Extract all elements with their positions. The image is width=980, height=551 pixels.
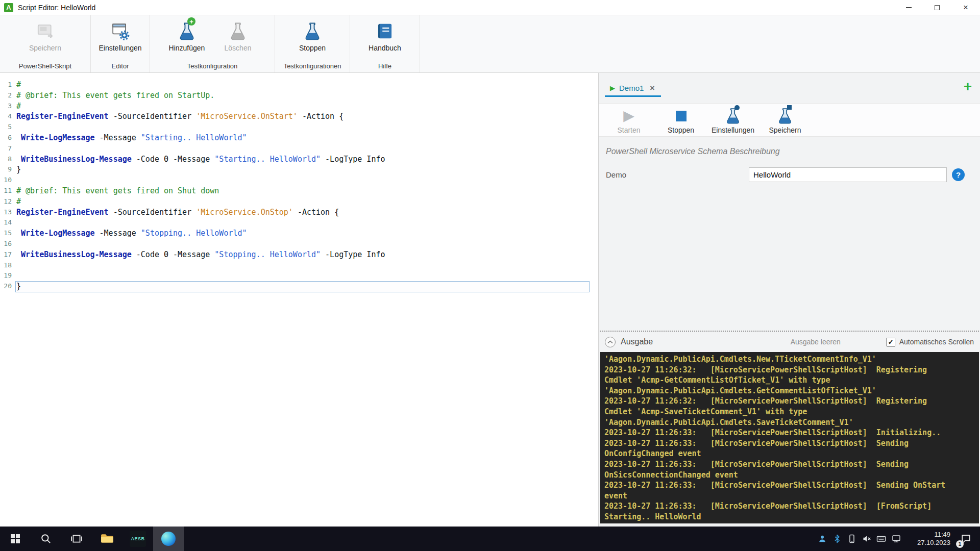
code-line-8[interactable]: 8 WriteBusinessLog-Message -Code 0 -Mess… xyxy=(0,154,598,165)
code-line-14[interactable]: 14 xyxy=(0,217,598,228)
code-line-15[interactable]: 15 Write-LogMessage -Message "Stopping..… xyxy=(0,228,598,239)
close-icon: × xyxy=(963,3,968,12)
line-number: 2 xyxy=(0,90,15,101)
console-line: Cmdlet 'Acmp-SaveTicketComment_V1' with … xyxy=(604,407,975,417)
minimize-button[interactable] xyxy=(894,0,923,15)
code-line-9[interactable]: 9} xyxy=(0,164,598,175)
code-lines: 1#2# @brief: This event gets fired on St… xyxy=(0,80,598,292)
code-line-6[interactable]: 6 Write-LogMessage -Message "Starting.. … xyxy=(0,133,598,143)
code-line-7[interactable]: 7 xyxy=(0,143,598,154)
code-line-16[interactable]: 16 xyxy=(0,239,598,249)
button-label: Handbuch xyxy=(369,44,401,52)
ribbon-group-hilfe: Handbuch Hilfe xyxy=(350,15,420,72)
bluetooth-icon xyxy=(833,534,841,543)
code-line-5[interactable]: 5 xyxy=(0,122,598,133)
titlebar: A Script Editor: HelloWorld × xyxy=(0,0,980,15)
line-number: 6 xyxy=(0,133,15,143)
code-line-19[interactable]: 19 xyxy=(0,270,598,281)
add-test-config-button[interactable]: + xyxy=(964,80,972,94)
code-text: Write-LogMessage -Message "Stopping.. He… xyxy=(15,228,598,239)
line-number: 14 xyxy=(0,217,15,228)
edge-app-button[interactable] xyxy=(153,527,184,551)
aesb-app-button[interactable]: AESB xyxy=(122,527,153,551)
gear-badge-icon xyxy=(734,105,740,110)
demo-input[interactable] xyxy=(749,167,947,182)
code-line-11[interactable]: 11# @brief: This event gets fired on Shu… xyxy=(0,186,598,196)
code-line-20[interactable]: 20} xyxy=(0,281,598,292)
ribbon-group-label: PowerShell-Skript xyxy=(0,59,90,72)
console-line: 2023-10-27 11:26:33: [MicroServicePowerS… xyxy=(604,438,975,449)
test-toolbar: ▶ Starten Stoppen Einstellungen xyxy=(599,103,980,137)
ribbon-group-editor: Einstellungen Editor xyxy=(91,15,150,72)
code-text: # @brief: This event gets fired on Shut … xyxy=(15,186,598,196)
output-header: Ausgabe Ausgabe leeren ✓ Automatisches S… xyxy=(599,332,980,352)
line-number: 5 xyxy=(0,122,15,133)
taskbar-clock[interactable]: 11:49 27.10.2023 xyxy=(908,531,950,547)
code-line-13[interactable]: 13Register-EngineEvent -SourceIdentifier… xyxy=(0,207,598,218)
people-tray-button[interactable] xyxy=(815,527,829,551)
ribbon-loeschen-button[interactable]: Löschen xyxy=(213,18,262,52)
keyboard-icon xyxy=(876,534,886,543)
clock-time: 11:49 xyxy=(908,531,950,539)
line-number: 18 xyxy=(0,260,15,271)
line-number: 10 xyxy=(0,175,15,186)
help-button[interactable]: ? xyxy=(952,168,965,181)
starten-button[interactable]: ▶ Starten xyxy=(606,106,652,136)
stoppen-button[interactable]: Stoppen xyxy=(658,106,704,136)
line-number: 1 xyxy=(0,80,15,90)
collapse-output-button[interactable] xyxy=(605,337,616,347)
flask-delete-icon xyxy=(228,19,248,43)
network-tray-button[interactable] xyxy=(889,527,903,551)
test-einstellungen-button[interactable]: Einstellungen xyxy=(710,106,756,136)
code-line-18[interactable]: 18 xyxy=(0,260,598,271)
console[interactable]: 'Aagon.Dynamic.PublicApi.Cmdlets.New.TTi… xyxy=(600,352,979,523)
code-text: WriteBusinessLog-Message -Code 0 -Messag… xyxy=(15,154,598,165)
code-line-12[interactable]: 12# xyxy=(0,196,598,207)
app-icon[interactable]: A xyxy=(4,3,13,12)
code-text: # @brief: This event gets fired on Start… xyxy=(15,90,598,101)
code-line-3[interactable]: 3# xyxy=(0,101,598,112)
ribbon-stoppen-button[interactable]: Stoppen xyxy=(288,18,337,52)
taskbar-search-button[interactable] xyxy=(31,527,61,551)
maximize-button[interactable] xyxy=(923,0,951,15)
ethernet-icon xyxy=(892,534,901,543)
ribbon-speichern-button[interactable]: Speichern xyxy=(21,18,70,52)
code-editor[interactable]: 1#2# @brief: This event gets fired on St… xyxy=(0,73,599,527)
volume-muted-tray-button[interactable] xyxy=(859,527,874,551)
ribbon-handbuch-button[interactable]: Handbuch xyxy=(360,18,409,52)
ribbon-einstellungen-button[interactable]: Einstellungen xyxy=(96,18,145,52)
task-view-button[interactable] xyxy=(61,527,92,551)
start-button[interactable] xyxy=(0,527,31,551)
code-line-17[interactable]: 17 WriteBusinessLog-Message -Code 0 -Mes… xyxy=(0,249,598,260)
button-label: Stoppen xyxy=(668,126,694,134)
keyboard-tray-button[interactable] xyxy=(874,527,889,551)
console-line: 2023-10-27 11:26:33: [MicroServicePowerS… xyxy=(604,428,975,438)
button-label: Einstellungen xyxy=(712,126,754,134)
phone-tray-button[interactable] xyxy=(844,527,859,551)
autoscroll-checkbox[interactable]: ✓ xyxy=(887,338,895,346)
bluetooth-tray-button[interactable] xyxy=(829,527,844,551)
button-label: Speichern xyxy=(769,126,801,134)
ribbon-group-testkonfigurationen: Stoppen Testkonfigurationen xyxy=(275,15,350,72)
main-area: 1#2# @brief: This event gets fired on St… xyxy=(0,73,980,527)
line-number: 20 xyxy=(0,281,15,292)
code-line-1[interactable]: 1# xyxy=(0,80,598,90)
ribbon-hinzufuegen-button[interactable]: + Hinzufügen xyxy=(162,18,211,52)
aesb-app-icon: AESB xyxy=(130,531,146,547)
tab-demo1[interactable]: ▶ Demo1 × xyxy=(605,80,661,97)
ribbon-group-label: Testkonfiguration xyxy=(150,59,275,72)
close-button[interactable]: × xyxy=(951,0,980,15)
console-line: Cmdlet 'Acmp-GetCommentListOfTicket_V1' … xyxy=(604,375,975,386)
code-line-2[interactable]: 2# @brief: This event gets fired on Star… xyxy=(0,90,598,101)
code-line-4[interactable]: 4Register-EngineEvent -SourceIdentifier … xyxy=(0,111,598,122)
action-center-button[interactable]: 1 xyxy=(955,527,976,551)
test-speichern-button[interactable]: Speichern xyxy=(762,106,808,136)
console-line: 2023-10-27 11:26:33: [MicroServicePowerS… xyxy=(604,480,975,491)
clear-output-link[interactable]: Ausgabe leeren xyxy=(791,338,841,346)
flask-stop-icon xyxy=(303,19,322,43)
code-line-10[interactable]: 10 xyxy=(0,175,598,186)
file-explorer-button[interactable] xyxy=(92,527,122,551)
tab-close-icon[interactable]: × xyxy=(650,84,654,92)
tab-label: Demo1 xyxy=(619,84,644,92)
line-number: 16 xyxy=(0,239,15,249)
